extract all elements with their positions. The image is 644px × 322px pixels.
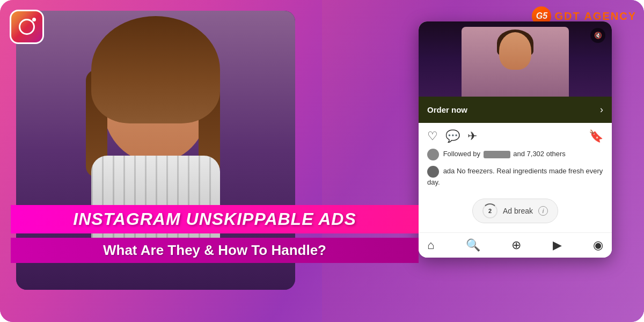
bookmark-icon[interactable]: 🔖 (589, 129, 603, 143)
phone-video-area: 🔇 (419, 21, 612, 97)
info-icon[interactable]: i (538, 206, 548, 216)
comment-icon[interactable]: 💬 (445, 129, 460, 143)
ad-break-pill: 2 Ad break i (472, 199, 558, 223)
heart-icon[interactable]: ♡ (427, 129, 438, 143)
username-blurred (484, 151, 510, 158)
nav-search-icon[interactable]: 🔍 (466, 238, 480, 252)
order-now-bar[interactable]: Order now › (419, 97, 612, 123)
order-now-arrow: › (600, 104, 603, 115)
mute-icon[interactable]: 🔇 (590, 28, 605, 43)
followed-count: and 7,302 others (513, 150, 566, 158)
caption-avatar (427, 166, 439, 178)
title-overlay: INSTAGRAM UNSKIPPABLE ADS What Are They … (11, 205, 419, 263)
followed-avatar (427, 149, 439, 160)
order-now-label: Order now (427, 105, 467, 114)
nav-profile-icon[interactable]: ◉ (593, 238, 603, 252)
phone-mockup: 🔇 Order now › ♡ 💬 ✈ 🔖 Followed by and 7,… (419, 21, 612, 258)
main-title: INSTAGRAM UNSKIPPABLE ADS (11, 205, 419, 233)
caption-text: ada No freezers. Real ingredients made f… (419, 164, 612, 192)
instagram-logo (10, 10, 44, 44)
ad-break-label: Ad break (503, 207, 533, 215)
nav-reels-icon[interactable]: ▶ (553, 238, 562, 252)
caption-content: ada No freezers. Real ingredients made f… (427, 167, 603, 186)
nav-home-icon[interactable]: ⌂ (427, 238, 434, 252)
mute-symbol: 🔇 (594, 32, 602, 39)
agency-icon-text: G5 (536, 11, 547, 21)
followed-by-label: Followed by (443, 150, 480, 158)
nav-add-icon[interactable]: ⊕ (511, 238, 521, 252)
share-icon[interactable]: ✈ (467, 129, 477, 143)
action-icons-row: ♡ 💬 ✈ 🔖 (419, 123, 612, 148)
main-container: G5 GDT AGENCY 🔇 Order now › ♡ 💬 ✈ (0, 0, 644, 322)
left-action-icons: ♡ 💬 ✈ (427, 129, 477, 143)
subtitle: What Are They & How To Handle? (11, 238, 419, 263)
timer-circle: 2 (482, 203, 497, 218)
followed-text: Followed by and 7,302 others (419, 148, 612, 164)
info-symbol: i (542, 208, 544, 214)
ad-break-section: 2 Ad break i (419, 192, 612, 232)
agency-name-text: GDT AGENCY (554, 10, 636, 23)
bottom-nav: ⌂ 🔍 ⊕ ▶ ◉ (419, 232, 612, 258)
timer-number: 2 (488, 208, 492, 214)
video-thumbnail (462, 27, 569, 97)
